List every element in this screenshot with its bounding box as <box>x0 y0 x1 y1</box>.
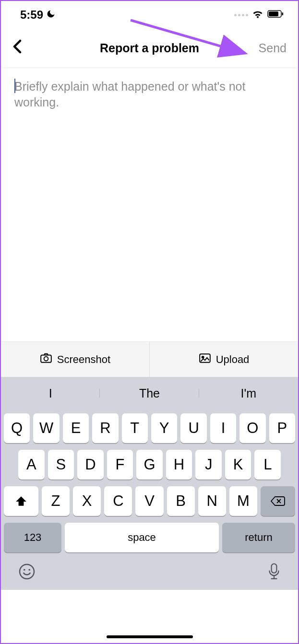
back-button[interactable] <box>12 39 32 58</box>
key-e[interactable]: E <box>63 413 89 443</box>
svg-point-6 <box>202 356 203 358</box>
svg-point-4 <box>44 356 48 361</box>
status-time: 5:59 <box>20 8 43 22</box>
key-o[interactable]: O <box>239 413 265 443</box>
status-time-group: 5:59 <box>20 8 56 22</box>
key-b[interactable]: B <box>167 486 195 516</box>
backspace-key[interactable] <box>261 486 295 516</box>
key-row: Q W E R T Y U I O P <box>4 413 295 443</box>
key-t[interactable]: T <box>122 413 148 443</box>
key-c[interactable]: C <box>104 486 132 516</box>
key-row: A S D F G H J K L <box>4 450 295 480</box>
svg-point-7 <box>20 564 34 579</box>
text-cursor <box>14 79 15 93</box>
textarea-placeholder: Briefly explain what happened or what's … <box>14 79 285 110</box>
return-key[interactable]: return <box>222 523 295 552</box>
suggestion-item[interactable]: I <box>1 386 100 400</box>
cellular-dots-icon <box>234 14 248 16</box>
status-bar: 5:59 <box>1 1 298 29</box>
camera-icon <box>40 353 52 366</box>
key-k[interactable]: K <box>225 450 251 480</box>
key-y[interactable]: Y <box>151 413 177 443</box>
report-textarea[interactable]: Briefly explain what happened or what's … <box>1 68 298 341</box>
key-r[interactable]: R <box>92 413 118 443</box>
svg-rect-10 <box>272 564 277 573</box>
key-s[interactable]: S <box>48 450 74 480</box>
key-u[interactable]: U <box>180 413 206 443</box>
attachment-bar: Screenshot Upload <box>1 341 298 377</box>
header: Report a problem Send <box>1 29 298 68</box>
numbers-key[interactable]: 123 <box>4 523 61 552</box>
status-right <box>234 9 284 21</box>
key-a[interactable]: A <box>18 450 45 480</box>
key-g[interactable]: G <box>136 450 163 480</box>
screenshot-button[interactable]: Screenshot <box>1 342 150 377</box>
key-row: 123 space return <box>4 523 295 552</box>
screenshot-label: Screenshot <box>57 353 110 366</box>
emoji-key[interactable] <box>18 563 36 582</box>
svg-rect-1 <box>269 12 278 16</box>
keyboard: Q W E R T Y U I O P A S D F G H J K L Z … <box>1 410 298 555</box>
key-x[interactable]: X <box>73 486 101 516</box>
keyboard-footer <box>1 555 298 590</box>
upload-button[interactable]: Upload <box>150 342 298 377</box>
key-h[interactable]: H <box>166 450 192 480</box>
wifi-icon <box>252 9 263 21</box>
key-l[interactable]: L <box>254 450 281 480</box>
suggestion-item[interactable]: The <box>100 386 199 400</box>
shift-key[interactable] <box>4 486 38 516</box>
svg-point-8 <box>24 569 25 571</box>
space-key[interactable]: space <box>65 523 219 552</box>
home-indicator[interactable] <box>107 635 193 638</box>
moon-icon <box>46 8 56 22</box>
key-d[interactable]: D <box>77 450 104 480</box>
send-button[interactable]: Send <box>259 41 287 55</box>
svg-point-9 <box>28 569 30 571</box>
battery-icon <box>267 10 284 20</box>
key-i[interactable]: I <box>210 413 236 443</box>
image-icon <box>199 353 211 366</box>
key-f[interactable]: F <box>107 450 133 480</box>
page-title: Report a problem <box>100 41 199 55</box>
suggestion-item[interactable]: I'm <box>199 386 298 400</box>
upload-label: Upload <box>216 353 250 366</box>
key-m[interactable]: M <box>229 486 257 516</box>
key-v[interactable]: V <box>135 486 163 516</box>
key-z[interactable]: Z <box>42 486 70 516</box>
key-j[interactable]: J <box>195 450 222 480</box>
key-q[interactable]: Q <box>4 413 30 443</box>
key-p[interactable]: P <box>269 413 295 443</box>
key-w[interactable]: W <box>33 413 59 443</box>
keyboard-suggestions: I The I'm <box>1 377 298 410</box>
mic-key[interactable] <box>267 562 281 583</box>
key-n[interactable]: N <box>198 486 226 516</box>
svg-rect-2 <box>282 12 284 15</box>
key-row: Z X C V B N M <box>4 486 295 516</box>
